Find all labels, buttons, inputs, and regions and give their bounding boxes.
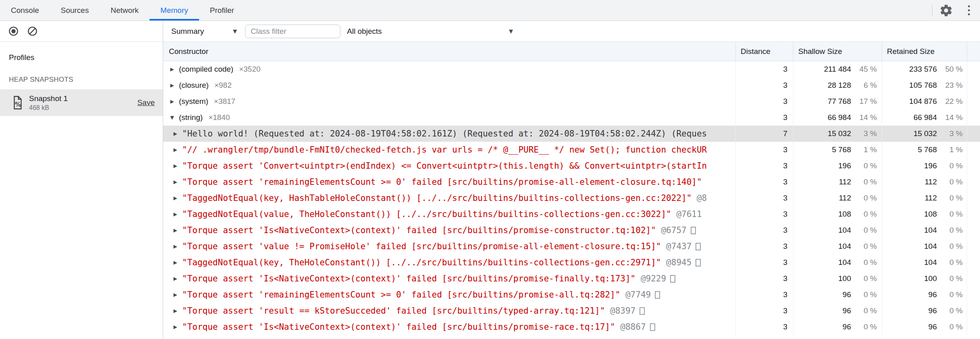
more-menu-icon [968,5,970,15]
row-gutter [967,61,980,77]
table-row[interactable]: ▶"Torque assert 'Is<NativeContext>(conte… [163,271,980,287]
retained-size-value: 104 [924,242,937,251]
triangle-collapsed-icon[interactable]: ▶ [172,163,179,169]
retained-size-value: 96 [928,322,937,331]
heap-snapshot-grid: Constructor Distance Shallow Size Retain… [163,42,980,339]
triangle-collapsed-icon[interactable]: ▶ [172,324,179,330]
shallow-size-value: 96 [843,290,851,299]
retained-size-percent: 0 % [937,258,963,267]
triangle-collapsed-icon[interactable]: ▶ [172,195,179,201]
shallow-size-percent: 0 % [851,258,877,267]
retained-size-percent: 0 % [937,306,963,315]
triangle-collapsed-icon[interactable]: ▶ [172,211,179,217]
retained-size-cell: 1080 % [882,206,967,222]
tab-network[interactable]: Network [100,0,149,21]
sidebar-item-snapshot-1[interactable]: % Snapshot 1 468 kB Save [0,89,163,116]
shallow-size-percent: 0 % [851,194,877,203]
triangle-collapsed-icon[interactable]: ▶ [172,147,179,153]
triangle-collapsed-icon[interactable]: ▶ [172,276,179,281]
column-header-retained-size[interactable]: Retained Size [882,42,967,61]
triangle-collapsed-icon[interactable]: ▶ [169,99,175,104]
triangle-collapsed-icon[interactable]: ▶ [172,179,179,185]
column-header-constructor[interactable]: Constructor [163,42,735,61]
missing-glyph-box [650,323,655,331]
object-id: @6757 [656,225,687,235]
shallow-size-cell: 28 1286 % [793,77,882,93]
retained-size-percent: 14 % [937,113,963,122]
object-id: @8397 [605,306,635,316]
triangle-collapsed-icon[interactable]: ▶ [172,131,179,136]
shallow-size-cell: 1120 % [793,174,882,190]
triangle-collapsed-icon[interactable]: ▶ [172,292,179,298]
table-row[interactable]: ▶"TaggedNotEqual(key, TheHoleConstant())… [163,254,980,271]
object-id: @7749 [620,290,651,300]
table-row[interactable]: ▶"Torque assert 'remainingElementsCount … [163,287,980,303]
tab-console[interactable]: Console [0,0,50,21]
triangle-collapsed-icon[interactable]: ▶ [169,83,175,88]
perspective-select[interactable]: Summary ▼ [171,27,237,36]
tab-memory[interactable]: Memory [149,0,199,21]
string-value: "TaggedNotEqual(value, TheHoleConstant()… [182,209,671,219]
table-row[interactable]: ▶"Torque assert 'result == kStoreSuccede… [163,303,980,319]
tab-profiler[interactable]: Profiler [199,0,245,21]
shallow-size-percent: 0 % [851,306,877,315]
table-row[interactable]: ▶"Torque assert 'Is<NativeContext>(conte… [163,222,980,238]
missing-glyph-box [655,291,660,299]
shallow-size-cell: 1000 % [793,271,882,287]
table-row[interactable]: ▶"Torque assert 'remainingElementsCount … [163,174,980,190]
more-menu-button[interactable] [957,0,980,21]
retained-size-value: 112 [925,178,937,186]
record-heap-snapshot-button[interactable] [8,26,19,37]
retained-size-percent: 0 % [937,210,963,219]
shallow-size-cell: 960 % [793,287,882,303]
clear-profiles-button[interactable] [27,26,38,37]
retained-size-percent: 0 % [937,242,963,251]
class-filter-input[interactable] [245,25,341,38]
save-snapshot-link[interactable]: Save [137,98,155,107]
triangle-collapsed-icon[interactable]: ▶ [172,308,179,314]
shallow-size-value: 108 [838,210,851,219]
table-row[interactable]: ▶"Torque assert 'Convert<uintptr>(endInd… [163,158,980,174]
settings-button[interactable] [935,0,957,21]
tab-sources[interactable]: Sources [50,0,100,21]
object-filter-select[interactable]: All objects ▼ [347,27,513,36]
devtools-tabbar: ConsoleSourcesNetworkMemoryProfiler [0,0,980,21]
table-row[interactable]: ▶(compiled code)×35203211 48445 %233 576… [163,61,980,77]
triangle-expanded-icon[interactable]: ▼ [169,115,175,120]
table-row[interactable]: ▶(closure)×982328 1286 %105 76823 % [163,77,980,93]
object-id: @8945 [661,258,691,267]
table-row[interactable]: ▶"Torque assert 'value != PromiseHole' f… [163,238,980,254]
table-row[interactable]: ▶(system)×3817377 76817 %104 87622 % [163,93,980,110]
string-value: "Torque assert 'Is<NativeContext>(contex… [182,322,615,332]
table-row[interactable]: ▶"Hello world! (Requested at: 2024-08-19… [163,126,980,142]
triangle-collapsed-icon[interactable]: ▶ [169,66,175,72]
distance-cell: 3 [735,142,793,158]
chevron-down-icon: ▼ [509,28,513,34]
table-row[interactable]: ▶"Torque assert 'Is<NativeContext>(conte… [163,319,980,335]
column-header-shallow-size[interactable]: Shallow Size [793,42,882,61]
heap-snapshot-file-icon: % [13,96,23,110]
row-gutter [967,77,980,93]
perspective-selected-value: Summary [171,27,204,36]
row-gutter [967,287,980,303]
settings-icon [939,4,953,17]
table-row[interactable]: ▶"// .wrangler/tmp/bundle-FmNIt0/checked… [163,142,980,158]
table-row[interactable]: ▼(string)×1840366 98414 %66 98414 % [163,110,980,126]
table-row[interactable]: ▶"TaggedNotEqual(value, TheHoleConstant(… [163,206,980,222]
distance-cell: 3 [735,110,793,126]
retained-size-percent: 1 % [937,145,963,154]
snapshot-toolbar: Summary ▼ All objects ▼ [163,21,980,42]
panel-tabs: ConsoleSourcesNetworkMemoryProfiler [0,0,245,21]
retained-size-percent: 22 % [937,97,963,106]
shallow-size-cell: 77 76817 % [793,93,882,110]
shallow-size-value: 104 [838,258,851,267]
triangle-collapsed-icon[interactable]: ▶ [172,260,179,265]
triangle-collapsed-icon[interactable]: ▶ [172,227,179,233]
column-header-distance[interactable]: Distance [735,42,793,61]
retained-size-percent: 23 % [937,81,963,90]
table-row[interactable]: ▶"TaggedNotEqual(key, HashTableHoleConst… [163,190,980,206]
retained-size-cell: 66 98414 % [882,110,967,126]
triangle-collapsed-icon[interactable]: ▶ [172,244,179,249]
string-value: "Torque assert 'remainingElementsCount >… [182,177,702,187]
shallow-size-percent: 45 % [851,65,877,74]
